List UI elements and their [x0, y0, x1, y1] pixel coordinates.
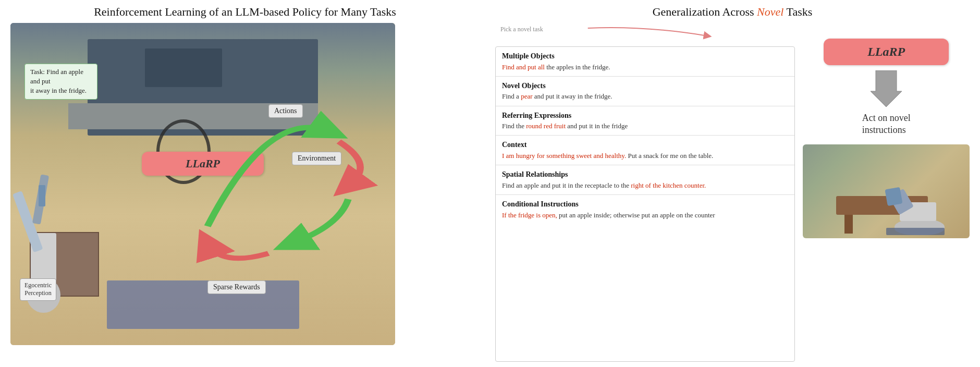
- llaarp-box-left: LLaRP: [142, 152, 264, 176]
- down-arrow-icon: [871, 70, 902, 107]
- diagram-area: Task: Find an apple and put it away in t…: [10, 23, 480, 362]
- task-label: Task: Find an apple and put it away in t…: [24, 64, 97, 100]
- robot-scene-right: [803, 144, 970, 238]
- right-section: Generalization Across Novel Tasks Pick a…: [490, 0, 980, 367]
- task-item-referring-expressions: Referring Expressions Find the round red…: [496, 106, 794, 136]
- floor-mat-right: [886, 228, 945, 235]
- robot-gripper: [39, 185, 45, 206]
- left-section: Reinforcement Learning of an LLM-based P…: [0, 0, 490, 367]
- curved-arrow-svg: [495, 23, 795, 46]
- egocentric-perception-label: Egocentric Perception: [20, 278, 56, 301]
- task-item-novel-objects: Novel Objects Find a pear and put it awa…: [496, 77, 794, 106]
- right-panel: LLaRP Act on novel instructions: [803, 23, 970, 362]
- task-label-line1: Task: Find an apple and put: [30, 68, 83, 85]
- left-title: Reinforcement Learning of an LLM-based P…: [10, 5, 480, 19]
- sink-area: [145, 48, 222, 87]
- task-item-spatial-relationships: Spatial Relationships Find an apple and …: [496, 165, 794, 195]
- task-item-multiple-objects: Multiple Objects Find and put all the ap…: [496, 47, 794, 77]
- tasks-list: Multiple Objects Find and put all the ap…: [495, 46, 795, 362]
- right-title: Generalization Across Novel Tasks: [495, 5, 970, 19]
- right-title-suffix: Tasks: [783, 5, 812, 18]
- llaarp-box-right: LLaRP: [824, 39, 949, 65]
- right-content: Pick a novel task M: [495, 23, 970, 362]
- floor-mat: [107, 280, 299, 329]
- task-item-conditional-instructions: Conditional Instructions If the fridge i…: [496, 195, 794, 224]
- environment-label: Environment: [292, 152, 341, 165]
- main-container: Reinforcement Learning of an LLM-based P…: [0, 0, 980, 367]
- llaarp-label-right: LLaRP: [867, 45, 905, 58]
- egocentric-label-line1: Egocentric: [24, 282, 52, 289]
- egocentric-label-line2: Perception: [24, 289, 51, 297]
- down-arrow-container: [871, 70, 902, 107]
- task-item-context: Context I am hungry for something sweet …: [496, 136, 794, 165]
- rs-table-leg1: [844, 215, 853, 234]
- act-on-label-line2: instructions: [862, 125, 906, 135]
- svg-marker-0: [871, 70, 902, 107]
- rs-robot-arm2: [885, 187, 903, 206]
- right-title-prefix: Generalization Across: [653, 5, 757, 18]
- act-on-label: Act on novel instructions: [862, 112, 911, 137]
- actions-label: Actions: [268, 104, 303, 118]
- act-on-label-line1: Act on novel: [862, 113, 911, 123]
- llaarp-label-left: LLaRP: [186, 157, 220, 170]
- sparse-rewards-label: Sparse Rewards: [207, 280, 266, 294]
- task-label-line2: it away in the fridge.: [30, 87, 87, 94]
- right-title-novel: Novel: [757, 5, 783, 18]
